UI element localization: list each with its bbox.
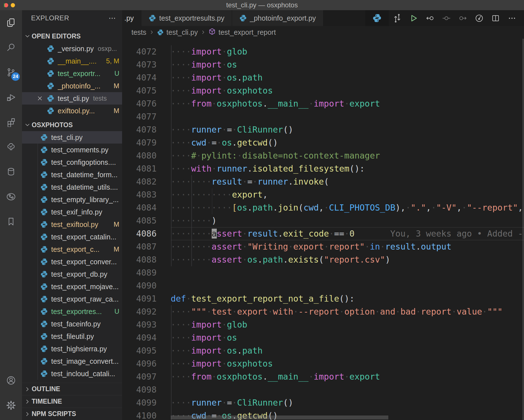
python-icon [40,370,48,377]
extensions-icon[interactable] [0,110,22,135]
code-line-text[interactable]: ····import·os [157,58,524,71]
code-line-text[interactable] [157,383,524,396]
code-line-text[interactable]: ····from·osxphotos.__main__·import·expor… [157,97,524,110]
current-change-icon[interactable] [438,10,454,26]
editor-tab[interactable]: .py [122,10,141,26]
file-tree-item[interactable]: test_export_c...M [22,243,122,256]
database-icon[interactable] [0,159,22,184]
file-tree-item[interactable]: test_exif_info.py [22,206,122,218]
split-editor-icon[interactable] [487,10,504,26]
open-editor-item[interactable]: test_cli.pytests [22,92,122,105]
code-line-text[interactable]: ····import·os.path [157,344,524,357]
line-number: 4088 [122,253,157,266]
code-line-text[interactable]: ····import·os.path [157,71,524,84]
code-line-text[interactable]: ········) [157,214,524,227]
search-icon[interactable] [0,35,22,60]
file-tree-item[interactable]: test_export_catalin... [22,231,122,243]
file-tree-item[interactable]: test_configoptions.... [22,156,122,168]
code-line-text[interactable]: ····import·glob [157,45,524,58]
code-line-text[interactable]: ····cwd·=·os.getcwd() [157,136,524,149]
code-line-text[interactable]: ····"""·test·export·with·--report·option… [157,305,524,318]
python-icon [47,45,54,52]
python-language-indicator[interactable] [365,10,389,26]
sidebar-section-timeline[interactable]: TIMELINE [22,395,122,408]
sidebar-section-npm-scripts[interactable]: NPM SCRIPTS [22,408,122,420]
code-line-text[interactable]: ········assert·"Writing·export·report"·i… [157,240,524,253]
sidebar-section-outline[interactable]: OUTLINE [22,383,122,395]
open-editors-header[interactable]: OPEN EDITORS [22,30,122,42]
code-line-text[interactable]: ····import·os [157,331,524,344]
file-tree-item[interactable]: test_empty_library_... [22,193,122,206]
gitlens-graph-icon[interactable] [471,10,487,26]
code-line-text[interactable]: ····import·osxphotos [157,357,524,370]
code-line-text[interactable]: ············export, [157,188,524,201]
editor-tab[interactable]: test_exportresults.py [141,10,232,26]
code-line: 4097····from·osxphotos.__main__·import·e… [122,370,524,383]
more-actions-icon[interactable] [504,10,520,26]
open-changes-icon[interactable] [389,10,405,26]
file-tree-item[interactable]: test_faceinfo.py [22,318,122,330]
open-editor-item[interactable]: test_exportr...U [22,67,122,80]
run-file-icon[interactable] [405,10,422,26]
code-line-text[interactable] [157,279,524,292]
gitlens-icon[interactable] [0,184,22,209]
file-tree-item[interactable]: test_export_conver... [22,256,122,268]
file-tree-item[interactable]: test_exiftool.pyM [22,218,122,231]
source-control-icon[interactable]: 24 [0,60,22,85]
file-tree-item[interactable]: test_highsierra.py [22,343,122,355]
code-line-text[interactable]: ····from·osxphotos.__main__·import·expor… [157,370,524,383]
code-editor[interactable]: 4072····import·glob4073····import·os4074… [122,39,524,420]
open-editor-item[interactable]: exiftool.py...M [22,105,122,117]
breadcrumb-item[interactable]: test_export_report [218,28,276,36]
file-tree-item[interactable]: test_export_raw_ca... [22,293,122,305]
code-line-text[interactable]: ········result·=·runner.invoke( [157,175,524,188]
file-tree-item[interactable]: test_incloud_catali... [22,367,122,380]
open-editor-item[interactable]: __main__....5, M [22,55,122,67]
settings-gear-icon[interactable] [0,393,22,418]
code-line: 4080····#·pylint:·disable=not-context-ma… [122,149,524,162]
breadcrumb-item[interactable]: tests [131,28,146,36]
code-line-text[interactable] [157,266,524,279]
file-tree-item[interactable]: test_datetime_form... [22,168,122,181]
open-editor-item[interactable]: _version.pyosxp... [22,42,122,55]
code-line-text[interactable] [157,110,524,123]
todo-tree-icon[interactable] [0,135,22,159]
code-line: 4098 [122,383,524,396]
editor-tab[interactable]: _photoinfo_export.py [232,10,324,26]
breadcrumb-item[interactable]: test_cli.py [166,28,198,36]
next-change-icon[interactable] [454,10,471,26]
code-line-text[interactable]: ····with·runner.isolated_filesystem(): [157,162,524,175]
close-icon[interactable] [37,95,43,101]
file-tree-item[interactable]: test_cli.py [22,131,122,144]
file-tree-item[interactable]: test_datetime_utils.... [22,181,122,193]
file-tree-item[interactable]: test_comments.py [22,144,122,156]
code-line-text[interactable]: ····import·glob [157,318,524,331]
project-section-header[interactable]: OSXPHOTOS [22,119,122,131]
previous-change-icon[interactable] [422,10,438,26]
editor-tab-bar: .py test_exportresults.py _photoinfo_exp… [122,10,524,26]
bookmarks-icon[interactable] [0,209,22,234]
file-tree-item[interactable]: test_image_convert... [22,355,122,367]
file-tree-item[interactable]: test_export_db.py [22,268,122,280]
code-line: 4096····import·osxphotos [122,357,524,370]
horizontal-scrollbar[interactable] [171,415,388,419]
code-line-text[interactable]: ········assert·result.exit_code·==·0 You… [157,227,524,240]
account-icon[interactable] [0,368,22,393]
file-tree-item[interactable]: test_exportres...U [22,305,122,318]
code-line-text[interactable]: ····#·pylint:·disable=not-context-manage… [157,149,524,162]
vertical-scrollbar[interactable] [522,39,524,420]
open-editor-item[interactable]: _photoinfo_...M [22,80,122,92]
file-tree-item[interactable]: test_export_mojave... [22,280,122,293]
file-tree-item[interactable]: test_fileutil.py [22,330,122,343]
code-line-text[interactable]: ············[os.path.join(cwd,·CLI_PHOTO… [157,201,524,214]
code-line-text[interactable]: ····import·osxphotos [157,84,524,97]
code-line-text[interactable]: def·test_export_report_not_a_file(): [157,292,524,305]
git-status-badge: M [114,107,119,115]
code-line-text[interactable]: ········assert·os.path.exists("report.cs… [157,253,524,266]
explorer-more-actions-icon[interactable]: ⋯ [109,14,116,23]
line-number: 4093 [122,318,157,331]
run-debug-icon[interactable] [0,85,22,110]
code-line-text[interactable]: ····runner·=·CliRunner() [157,396,524,409]
code-line-text[interactable]: ····runner·=·CliRunner() [157,123,524,136]
explorer-icon[interactable] [0,10,22,35]
